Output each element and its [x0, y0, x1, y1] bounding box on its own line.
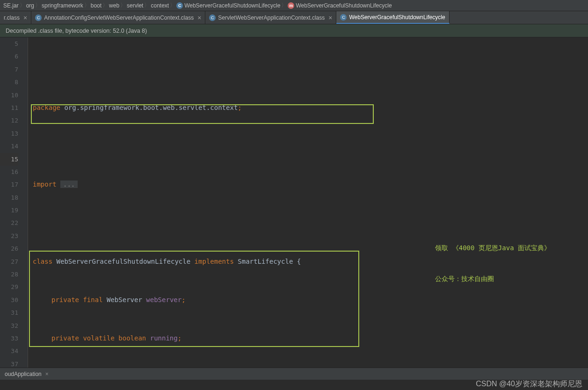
watermark: CSDN @40岁资深老架构师尼恩	[476, 379, 582, 389]
class-icon: C	[340, 14, 347, 21]
crumb-class[interactable]: CWebServerGracefulShutdownLifecycle	[175, 2, 282, 9]
method-icon: m	[288, 2, 294, 9]
tab-3[interactable]: CWebServerGracefulShutdownLifecycle	[336, 11, 449, 24]
chevron-right-icon: 〉	[145, 0, 149, 11]
chevron-right-icon: 〉	[85, 0, 89, 11]
chevron-right-icon: 〉	[20, 0, 25, 11]
chevron-right-icon: 〉	[103, 0, 108, 11]
class-icon: C	[35, 14, 42, 21]
breadcrumb-bar: SE.jar〉 org〉 springframework〉 boot〉 web〉…	[0, 0, 588, 11]
crumb-context[interactable]: context	[149, 2, 170, 9]
decompiled-banner: Decompiled .class file, bytecode version…	[0, 24, 588, 37]
tab-label: ServletWebServerApplicationContext.class	[218, 14, 325, 21]
close-icon[interactable]: ×	[197, 14, 201, 22]
chevron-right-icon: 〉	[170, 0, 175, 11]
close-icon[interactable]: ×	[328, 14, 332, 22]
code-area[interactable]: package org.springframework.boot.web.ser…	[28, 37, 588, 378]
class-icon: C	[209, 14, 216, 21]
class-icon: C	[176, 2, 183, 9]
crumb-servlet[interactable]: servlet	[125, 2, 145, 9]
annotation-overlay: 领取 《4000 页尼恩Java 面试宝典》 公众号：技术自由圈	[435, 222, 551, 304]
crumb-method[interactable]: mWebServerGracefulShutdownLifecycle	[286, 2, 393, 9]
close-icon[interactable]: ×	[45, 371, 49, 377]
tab-0[interactable]: r.class×	[0, 11, 31, 24]
code-editor[interactable]: 5 6 7 8 10 11 12 13 14 15 16 17 18 19 22…	[0, 37, 588, 378]
tab-2[interactable]: CServletWebServerApplicationContext.clas…	[205, 11, 336, 24]
tab-label: WebServerGracefulShutdownLifecycle	[349, 14, 445, 21]
crumb-web[interactable]: web	[108, 2, 121, 9]
chevron-right-icon: 〉	[282, 0, 286, 11]
bottom-bar: oudApplication ×	[0, 368, 588, 380]
chevron-right-icon: 〉	[36, 0, 40, 11]
bottom-tab[interactable]: oudApplication	[5, 371, 42, 377]
tab-1[interactable]: CAnnotationConfigServletWebServerApplica…	[31, 11, 205, 24]
tab-label: r.class	[4, 14, 20, 21]
gutter: 5 6 7 8 10 11 12 13 14 15 16 17 18 19 22…	[0, 37, 28, 378]
crumb-boot[interactable]: boot	[89, 2, 103, 9]
editor-tabs: r.class× CAnnotationConfigServletWebServ…	[0, 11, 588, 24]
close-icon[interactable]: ×	[23, 14, 27, 22]
crumb-springframework[interactable]: springframework	[40, 2, 85, 9]
tab-label: AnnotationConfigServletWebServerApplicat…	[44, 14, 194, 21]
crumb-jar[interactable]: SE.jar	[2, 2, 20, 9]
chevron-right-icon: 〉	[121, 0, 125, 11]
crumb-org[interactable]: org	[25, 2, 36, 9]
